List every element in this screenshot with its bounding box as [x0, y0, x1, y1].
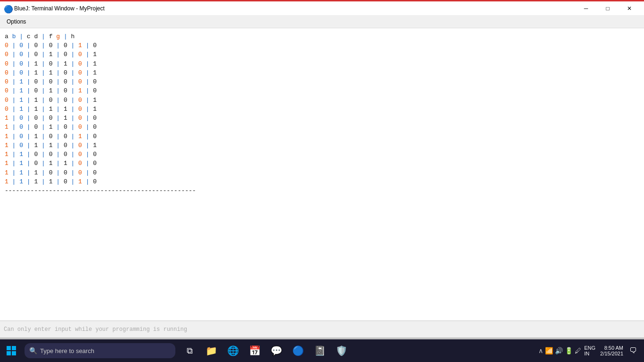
- search-icon: 🔍: [29, 347, 37, 354]
- svg-rect-2: [7, 351, 11, 355]
- skype-button[interactable]: 💬: [266, 340, 287, 361]
- search-placeholder: Type here to search: [40, 347, 94, 354]
- task-view-icon: ⧉: [187, 346, 193, 356]
- task-view-button[interactable]: ⧉: [179, 340, 200, 361]
- terminal-area: a b | c d | f g | h0 | 0 | 0 | 0 | 0 | 1…: [0, 28, 644, 321]
- input-hint: Can only enter input while your programm…: [4, 326, 187, 333]
- onenote-icon: 📓: [314, 345, 326, 356]
- window-title: BlueJ: Terminal Window - MyProject: [14, 5, 105, 12]
- calendar-button[interactable]: 📅: [244, 340, 265, 361]
- terminal-output: a b | c d | f g | h0 | 0 | 0 | 0 | 0 | 1…: [5, 32, 639, 195]
- title-bar-controls: ─ □ ✕: [575, 1, 640, 15]
- minimize-button[interactable]: ─: [575, 1, 597, 15]
- close-button[interactable]: ✕: [619, 1, 640, 15]
- taskbar-apps: ⧉ 📁 🌐 📅 💬 🔵 📓 🛡️: [179, 340, 352, 361]
- svg-rect-0: [7, 346, 11, 350]
- calendar-icon: 📅: [249, 345, 261, 356]
- skype-icon: 💬: [271, 345, 282, 356]
- options-menu[interactable]: Options: [2, 16, 31, 27]
- file-explorer-button[interactable]: 📁: [201, 340, 222, 361]
- notification-button[interactable]: 🗨: [626, 340, 640, 361]
- start-button[interactable]: [0, 339, 23, 362]
- chrome-icon: 🔵: [292, 345, 304, 356]
- security-button[interactable]: 🛡️: [331, 340, 352, 361]
- menu-bar: Options: [0, 15, 644, 28]
- clock-date: 2/15/2021: [600, 351, 623, 356]
- speaker-icon[interactable]: 🔊: [555, 347, 563, 354]
- title-bar: 🔵 BlueJ: Terminal Window - MyProject ─ □…: [0, 0, 644, 15]
- taskbar-search[interactable]: 🔍 Type here to search: [25, 343, 175, 358]
- folder-icon: 📁: [206, 345, 217, 356]
- clock-time: 8:50 AM: [604, 345, 623, 351]
- chevron-up-icon[interactable]: ∧: [538, 347, 543, 354]
- onenote-button[interactable]: 📓: [309, 340, 330, 361]
- notification-icon: 🗨: [629, 346, 637, 355]
- network-icon[interactable]: 📶: [545, 347, 553, 354]
- windows-logo-icon: [7, 346, 16, 355]
- battery-icon[interactable]: 🔋: [565, 347, 573, 354]
- taskbar-right: ∧ 📶 🔊 🔋 🖊 ENGIN 8:50 AM 2/15/2021 🗨: [538, 340, 644, 361]
- taskbar: 🔍 Type here to search ⧉ 📁 🌐 📅 💬 🔵 📓 🛡️: [0, 339, 644, 362]
- title-bar-left: 🔵 BlueJ: Terminal Window - MyProject: [4, 5, 105, 12]
- language-indicator[interactable]: ENGIN: [584, 345, 595, 356]
- shield-icon: 🛡️: [336, 345, 347, 356]
- system-tray: ∧ 📶 🔊 🔋 🖊: [538, 347, 581, 354]
- pen-icon[interactable]: 🖊: [575, 347, 581, 354]
- edge-button[interactable]: 🌐: [223, 340, 243, 361]
- svg-rect-3: [12, 351, 16, 355]
- edge-icon: 🌐: [227, 345, 239, 356]
- bluej-icon: 🔵: [4, 5, 11, 12]
- svg-rect-1: [12, 346, 16, 350]
- maximize-button[interactable]: □: [597, 1, 619, 15]
- input-bar: Can only enter input while your programm…: [0, 321, 644, 337]
- system-clock[interactable]: 8:50 AM 2/15/2021: [600, 345, 623, 356]
- chrome-button[interactable]: 🔵: [288, 340, 308, 361]
